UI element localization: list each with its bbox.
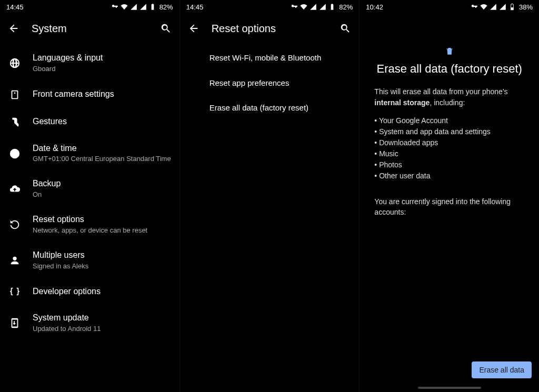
gesture-icon [8, 116, 21, 128]
item-title: Front camera settings [33, 89, 114, 100]
item-title: Erase all data (factory reset) [209, 103, 308, 113]
app-bar: Reset options [180, 14, 360, 43]
status-right: 82% [291, 3, 353, 11]
erase-all-data-button[interactable]: Erase all data [472, 361, 532, 378]
search-button[interactable] [338, 21, 353, 36]
bullet: Photos [374, 159, 524, 170]
status-right: 38% [471, 3, 533, 11]
item-title: Date & time [33, 143, 171, 154]
battery-percent: 38% [519, 3, 533, 11]
page-title: Reset options [212, 23, 328, 35]
cloud-upload-icon [8, 183, 21, 195]
status-bar: 14:45 82% [0, 0, 179, 14]
signal-icon [310, 3, 317, 11]
battery-percent: 82% [339, 3, 353, 11]
factory-reset-body: This will erase all data from your phone… [374, 86, 524, 108]
item-reset-options[interactable]: Reset optionsNetwork, apps, or device ca… [0, 207, 179, 243]
app-bar: System [0, 14, 179, 43]
bullet: Other user data [374, 170, 524, 182]
vpn-key-icon [111, 3, 118, 11]
battery-icon [328, 3, 336, 11]
status-time: 14:45 [6, 3, 24, 11]
item-erase-all[interactable]: Erase all data (factory reset) [180, 95, 360, 120]
body-suffix: , including: [430, 98, 465, 107]
bullet: Music [374, 148, 524, 159]
back-button[interactable] [186, 21, 201, 36]
item-backup[interactable]: BackupOn [0, 171, 179, 207]
bullet: System and app data and settings [374, 126, 524, 137]
vpn-key-icon [471, 3, 478, 11]
factory-reset-title: Erase all data (factory reset) [374, 62, 524, 76]
item-title: Developer options [33, 286, 101, 297]
item-title: Gestures [33, 116, 67, 127]
globe-icon [8, 57, 21, 69]
item-subtitle: Signed in as Aleks [33, 262, 88, 271]
signal-icon [490, 3, 497, 11]
search-button[interactable] [158, 21, 173, 36]
item-subtitle: Network, apps, or device can be reset [33, 226, 147, 235]
vpn-key-icon [291, 3, 298, 11]
item-subtitle: GMT+01:00 Central European Standard Time [33, 155, 171, 164]
status-bar: 10:42 38% [360, 0, 539, 14]
bullet: Your Google Account [374, 115, 524, 126]
reset-list: Reset Wi-Fi, mobile & Bluetooth Reset ap… [180, 43, 360, 392]
wifi-icon [480, 3, 487, 11]
page-title: System [32, 23, 148, 35]
braces-icon [8, 285, 21, 298]
item-developer-options[interactable]: Developer options [0, 278, 179, 305]
factory-reset-content: Erase all data (factory reset) This will… [360, 14, 539, 392]
signal-icon [319, 3, 326, 11]
gesture-nav-bar[interactable] [418, 387, 481, 389]
item-title: Languages & input [33, 53, 103, 64]
battery-icon [149, 3, 156, 11]
item-reset-apps[interactable]: Reset app preferences [180, 71, 360, 96]
restore-icon [8, 218, 21, 231]
system-update-icon [8, 317, 21, 329]
item-date-time[interactable]: Date & timeGMT+01:00 Central European St… [0, 136, 179, 172]
body-prefix: This will erase all data from your phone… [374, 87, 507, 96]
footer: Erase all data [472, 361, 532, 378]
wifi-icon [300, 3, 307, 11]
item-title: Reset Wi-Fi, mobile & Bluetooth [209, 53, 322, 63]
item-subtitle: Updated to Android 11 [33, 325, 101, 334]
battery-icon [508, 3, 516, 11]
screen-system: 14:45 82% System Languages & inputGboard [0, 0, 180, 392]
back-button[interactable] [6, 21, 21, 36]
signal-icon [499, 3, 506, 11]
body-bold: internal storage [374, 98, 430, 107]
screen-reset-options: 14:45 82% Reset options Reset Wi-Fi, mob… [180, 0, 360, 392]
item-title: Reset options [33, 214, 147, 225]
item-gestures[interactable]: Gestures [0, 108, 179, 136]
status-right: 82% [111, 3, 173, 11]
wifi-icon [121, 3, 128, 11]
clock-icon [8, 147, 21, 160]
signal-icon [130, 3, 137, 11]
item-subtitle: On [33, 190, 61, 199]
status-bar: 14:45 82% [180, 0, 360, 14]
erase-bullets: Your Google Account System and app data … [374, 115, 524, 182]
person-icon [8, 254, 21, 267]
settings-list: Languages & inputGboard Front camera set… [0, 43, 179, 392]
battery-percent: 82% [159, 3, 173, 11]
status-time: 14:45 [186, 3, 204, 11]
item-title: Reset app preferences [209, 78, 290, 88]
item-title: Multiple users [33, 250, 88, 261]
item-title: Backup [33, 178, 61, 189]
item-reset-wifi[interactable]: Reset Wi-Fi, mobile & Bluetooth [180, 45, 360, 71]
signal-icon [139, 3, 147, 11]
trash-icon [374, 45, 524, 57]
item-subtitle: Gboard [33, 65, 103, 74]
item-multiple-users[interactable]: Multiple usersSigned in as Aleks [0, 243, 179, 278]
status-time: 10:42 [366, 3, 383, 11]
item-title: System update [33, 313, 101, 324]
item-front-camera[interactable]: Front camera settings [0, 81, 179, 108]
bullet: Downloaded apps [374, 137, 524, 148]
screen-factory-reset: 10:42 38% Erase all data (factory reset)… [360, 0, 539, 392]
signed-accounts-text: You are currently signed into the follow… [374, 196, 524, 218]
item-system-update[interactable]: System updateUpdated to Android 11 [0, 305, 179, 341]
item-languages-input[interactable]: Languages & inputGboard [0, 45, 179, 81]
front-camera-icon [8, 88, 21, 101]
